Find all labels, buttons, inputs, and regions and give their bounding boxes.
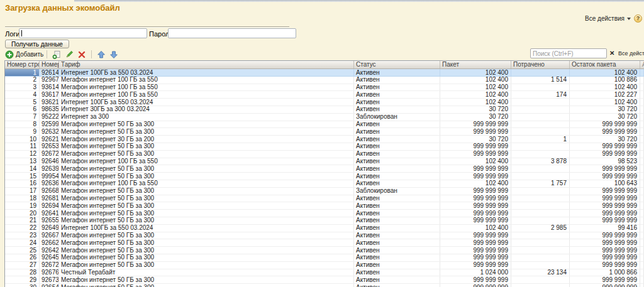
table-cell[interactable]: 3 878 [511,158,570,165]
table-cell[interactable]: 999 999 999 [440,121,511,128]
table-row[interactable]: 2892676..Честный ТерабайтАктивен1 024 00… [5,269,644,277]
delete-cross-icon[interactable] [77,50,86,59]
table-row[interactable]: 3092654..Мегафон интернет 50 ГБ за 300Ак… [5,284,644,287]
table-cell[interactable]: 999 999 999 [440,128,511,135]
table-cell[interactable] [511,217,570,224]
table-cell[interactable]: Мегафон интернет 50 ГБ за 300 [59,232,354,239]
table-cell[interactable]: 102 227 [570,91,640,98]
table-row[interactable]: 292967..Мегафон интернет 100 ГБ за 550Ак… [5,77,644,84]
table-cell[interactable]: Мегафон интернет 50 ГБ за 300 [59,210,354,217]
table-cell[interactable]: 9 [5,128,40,135]
clear-search-icon[interactable]: ✕ [609,50,614,57]
table-cell[interactable]: 92667.. [40,232,59,239]
header-cell[interactable]: Статус [354,61,440,68]
table-cell[interactable]: 92614.. [40,69,59,76]
table-cell[interactable] [511,202,570,209]
table-cell[interactable]: Активен [354,217,440,224]
table-cell[interactable]: 102 400 [440,77,511,84]
table-cell[interactable]: Активен [354,232,440,239]
table-cell[interactable]: Мегафон интернет 50 ГБ за 300 [59,262,354,269]
table-cell[interactable] [511,188,570,195]
table-cell[interactable]: Активен [354,276,440,283]
table-cell[interactable]: Активен [354,69,440,76]
table-cell[interactable]: Активен [354,128,440,135]
table-cell[interactable] [511,247,570,254]
table-cell[interactable]: 999 999 999 [440,276,511,283]
table-cell[interactable]: 24 [5,239,40,246]
table-cell[interactable]: 92668.. [40,188,59,195]
table-all-actions-button[interactable]: Все действия [618,50,644,57]
table-row[interactable]: 1892681..Мегафон интернет 50 ГБ за 300Ак… [5,195,644,203]
table-cell[interactable]: Мегафон интернет 50 ГБ за 300 [59,239,354,246]
table-row[interactable]: 992632..Мегафон интернет 50 ГБ за 300Акт… [5,128,644,136]
table-cell[interactable]: 999 999 999 [440,143,511,150]
table-cell[interactable]: 999 999 999 [440,202,511,209]
table-cell[interactable]: Мегафон интернет 50 ГБ за 300 [59,254,354,261]
table-cell[interactable]: 30 720 [440,136,511,143]
table-cell[interactable]: 100 886 [570,77,640,84]
table-cell[interactable]: Активен [354,158,440,165]
table-cell[interactable]: Активен [354,284,440,287]
table-cell[interactable]: 102 400 [570,99,640,106]
table-cell[interactable]: 999 999 999 [570,262,640,269]
table-cell[interactable]: Мегафон интернет 100 ГБ за 550 [59,77,354,84]
add-button[interactable]: Добавить [5,50,43,59]
table-cell[interactable]: 999 999 999 [570,210,640,217]
table-row[interactable]: 1992694..Мегафон интернет 50 ГБ за 300Ак… [5,202,644,210]
table-cell[interactable]: Мегафон интернет 50 ГБ за 300 [59,143,354,150]
table-cell[interactable]: 92621.. [40,136,59,143]
table-row[interactable]: 593621..Интернет 100ГБ за 550 03.2024Акт… [5,99,644,106]
table-row[interactable]: 1192653..Мегафон интернет 50 ГБ за 300Ак… [5,143,644,151]
table-cell[interactable]: 92655.. [40,217,59,224]
header-cell[interactable]: Потрачено [511,61,570,68]
table-cell[interactable] [511,254,570,261]
header-cell[interactable]: Остаток пакета [570,61,640,68]
table-cell[interactable]: 102 400 [570,69,640,76]
table-row[interactable]: 2692645..Мегафон интернет 50 ГБ за 300Ак… [5,254,644,262]
table-cell[interactable]: 99954.. [40,173,59,180]
table-cell[interactable]: 17 [5,188,40,195]
table-cell[interactable]: Мегафон интернет 100 ГБ за 550 [59,180,354,187]
table-cell[interactable]: 11 [5,143,40,150]
table-row[interactable]: 2992673..Мегафон интернет 50 ГБ за 300Ак… [5,276,644,284]
table-cell[interactable]: 999 999 999 [440,239,511,246]
table-cell[interactable]: 1 024 000 [440,269,511,276]
table-cell[interactable]: 100 643 [570,180,640,187]
table-cell[interactable]: Мегафон интернет 50 ГБ за 300 [59,128,354,135]
table-cell[interactable]: Заблокирован [354,188,440,195]
table-cell[interactable]: 999 999 999 [570,128,640,135]
table-cell[interactable]: 1 514 [511,77,570,84]
table-cell[interactable]: 6 [5,106,40,113]
get-data-button[interactable]: Получить данные [5,40,69,48]
table-cell[interactable]: 25 [5,247,40,254]
move-down-icon[interactable] [109,50,118,59]
table-cell[interactable]: Мегафон интернет 50 ГБ за 300 [59,165,354,172]
table-cell[interactable]: Активен [354,262,440,269]
table-cell[interactable]: 16 [5,180,40,187]
table-cell[interactable]: 30 720 [440,114,511,121]
table-cell[interactable]: 999 999 999 [440,232,511,239]
table-cell[interactable]: 93617.. [40,91,59,98]
header-cell[interactable]: Пакет [440,61,511,68]
table-row[interactable]: 2092641..Мегафон интернет 50 ГБ за 300Ак… [5,210,644,217]
table-row[interactable]: 1692636..Мегафон интернет 100 ГБ за 550А… [5,180,644,188]
table-cell[interactable]: Мегафон интернет 50 ГБ за 300 [59,195,354,202]
table-cell[interactable]: 999 999 999 [440,217,511,224]
table-row[interactable]: 1599954..Мегафон интернет 50 ГБ за 300Ак… [5,173,644,180]
table-row[interactable]: 493617..Мегафон интернет 100 ГБ за 550Ак… [5,91,644,99]
table-cell[interactable]: 1 000 866 [570,269,640,276]
table-cell[interactable]: 102 400 [440,225,511,232]
table-cell[interactable]: Мегафон интернет 30 ГБ за 200 [59,136,354,143]
table-cell[interactable]: 92672.. [40,151,59,158]
move-up-icon[interactable] [97,50,106,59]
table-cell[interactable]: 30 720 [570,106,640,113]
table-row[interactable]: 795222..Интернет за 300Заблокирован30 72… [5,114,644,121]
table-row[interactable]: 698635..Интернет 30ГБ за 300 03.2024Акти… [5,106,644,114]
table-cell[interactable]: 5 [5,99,40,106]
table-row[interactable]: 1492639..Мегафон интернет 50 ГБ за 300Ак… [5,165,644,173]
table-cell[interactable]: 999 999 999 [440,165,511,172]
table-cell[interactable]: 92636.. [40,180,59,187]
table-cell[interactable]: Активен [354,254,440,261]
table-row[interactable]: 2592642..Мегафон интернет 50 ГБ за 300Ак… [5,247,644,254]
table-cell[interactable]: 28 [5,269,40,276]
